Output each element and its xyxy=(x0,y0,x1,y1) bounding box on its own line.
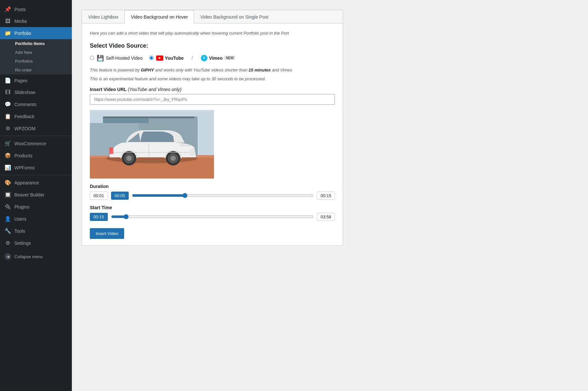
sidebar-sub-portfolio-items[interactable]: Portfolio Items xyxy=(0,39,72,48)
sidebar-item-portfolio[interactable]: 📁 Portfolio xyxy=(0,27,72,39)
sidebar-item-media[interactable]: 🖼 Media xyxy=(0,15,72,27)
info-text-2: This is an experimental feature and some… xyxy=(90,76,335,82)
wpzoom-icon: ⚙ xyxy=(5,125,11,132)
beaver-builder-icon: 🔲 xyxy=(5,192,11,198)
duration-section: Duration 00:01 00:05 00:15 xyxy=(90,184,335,200)
radio-youtube-input[interactable] xyxy=(149,56,154,60)
sidebar-item-label: Users xyxy=(14,216,26,222)
sidebar-item-wpzoom[interactable]: ⚙ WPZOOM xyxy=(0,122,72,134)
products-icon: 📦 xyxy=(5,152,11,159)
sidebar-item-label: WooCommerce xyxy=(14,141,46,146)
svg-rect-15 xyxy=(109,148,113,154)
radio-self-hosted-input[interactable] xyxy=(90,56,94,60)
media-icon: 🖼 xyxy=(5,18,11,24)
sidebar-separator xyxy=(0,136,72,136)
tab-video-bg-single[interactable]: Video Background on Single Post xyxy=(194,10,274,23)
video-preview xyxy=(90,110,214,179)
sidebar-item-label: Portfolio xyxy=(14,31,31,36)
divider-slash: / xyxy=(191,55,193,61)
start-time-row: 00:15 03:58 xyxy=(90,213,335,221)
sidebar-item-label: WPZOOM xyxy=(14,126,36,131)
sidebar-item-posts[interactable]: 📌 Posts xyxy=(0,3,72,15)
youtube-icon: ▶ xyxy=(156,55,163,61)
start-time-label: Start Time xyxy=(90,205,335,210)
sidebar-sub-portfolios[interactable]: Portfolios xyxy=(0,57,72,66)
sidebar-item-label: Settings xyxy=(14,241,31,246)
sidebar-item-wpforms[interactable]: 📊 WPForms xyxy=(0,162,72,174)
settings-icon: ⚙ xyxy=(5,240,11,246)
sidebar-item-comments[interactable]: 💬 Comments xyxy=(0,98,72,110)
url-input[interactable] xyxy=(90,94,335,105)
url-label: Insert Video URL (YouTube and Vimeo only… xyxy=(90,87,335,92)
start-time-slider-track xyxy=(111,213,314,220)
sidebar-item-label: Plugins xyxy=(14,204,29,210)
minutes-text: 15 minutes xyxy=(249,68,271,72)
collapse-menu[interactable]: ◀ Collapse menu xyxy=(0,250,72,263)
sidebar-item-pages[interactable]: 📄 Pages xyxy=(0,74,72,86)
sidebar-item-label: Products xyxy=(14,153,32,158)
sidebar-item-woocommerce[interactable]: 🛒 WooCommerce xyxy=(0,137,72,149)
posts-icon: 📌 xyxy=(5,6,11,12)
sidebar-separator-2 xyxy=(0,175,72,175)
sidebar-item-products[interactable]: 📦 Products xyxy=(0,149,72,162)
sidebar-item-label: Feedback xyxy=(14,114,34,119)
duration-slider[interactable] xyxy=(132,193,314,198)
start-time-current: 00:15 xyxy=(90,213,108,221)
sidebar-item-beaver-builder[interactable]: 🔲 Beaver Builder xyxy=(0,189,72,201)
start-time-max: 03:58 xyxy=(317,213,335,221)
tab-video-lightbox[interactable]: Video Lightbox xyxy=(82,10,124,23)
sidebar-item-settings[interactable]: ⚙ Settings xyxy=(0,237,72,249)
tab-content: Here you can add a short video that will… xyxy=(82,23,343,245)
car-svg xyxy=(90,110,214,179)
sidebar-item-feedback[interactable]: 📋 Feedback xyxy=(0,110,72,122)
sidebar-item-label: Appearance xyxy=(14,180,39,185)
content-box: Video Lightbox Video Background on Hover… xyxy=(82,10,343,246)
url-label-sub: (YouTube and Vimeo only) xyxy=(128,87,181,92)
self-hosted-label: Self-Hosted Video xyxy=(106,55,143,61)
radio-vimeo[interactable]: V Vimeo NEW xyxy=(201,55,235,61)
portfolio-icon: 📁 xyxy=(5,30,11,36)
duration-slider-track xyxy=(132,192,314,199)
duration-label: Duration xyxy=(90,184,335,189)
sidebar-item-label: Slideshow xyxy=(14,90,35,95)
sidebar-item-label: Media xyxy=(14,19,27,24)
sidebar-item-label: Posts xyxy=(14,7,26,12)
sidebar-item-label: Tools xyxy=(14,228,25,234)
vimeo-icon: V xyxy=(201,55,207,61)
collapse-label: Collapse menu xyxy=(14,254,43,259)
radio-self-hosted[interactable]: 💾 Self-Hosted Video xyxy=(90,55,143,62)
slideshow-icon: 🎞 xyxy=(5,89,11,95)
portfolio-arrow xyxy=(69,31,72,36)
sidebar-sub-reorder[interactable]: Re-order xyxy=(0,66,72,74)
self-hosted-icon: 💾 xyxy=(97,55,103,62)
wpforms-icon: 📊 xyxy=(5,164,11,171)
sidebar-item-label: WPForms xyxy=(14,165,35,170)
sidebar-item-label: Beaver Builder xyxy=(14,192,44,197)
start-time-section: Start Time 00:15 03:58 xyxy=(90,205,335,221)
vimeo-badge: V Vimeo NEW xyxy=(201,55,235,61)
sidebar-item-plugins[interactable]: 🔌 Plugins xyxy=(0,201,72,213)
appearance-icon: 🎨 xyxy=(5,180,11,186)
sidebar-item-appearance[interactable]: 🎨 Appearance xyxy=(0,177,72,189)
svg-point-10 xyxy=(126,156,132,161)
sidebar-item-tools[interactable]: 🔧 Tools xyxy=(0,225,72,237)
insert-video-button[interactable]: Insert Video xyxy=(90,228,124,239)
collapse-icon: ◀ xyxy=(5,253,11,260)
tabs-bar: Video Lightbox Video Background on Hover… xyxy=(82,10,343,23)
main-content: Video Lightbox Video Background on Hover… xyxy=(72,0,588,391)
svg-point-13 xyxy=(171,156,176,161)
sidebar-item-slideshow[interactable]: 🎞 Slideshow xyxy=(0,86,72,98)
plugins-icon: 🔌 xyxy=(5,204,11,210)
pages-icon: 📄 xyxy=(5,77,11,84)
url-label-text: Insert Video URL xyxy=(90,87,126,92)
sidebar-item-users[interactable]: 👤 Users xyxy=(0,213,72,225)
info-text-1: This feature is powered by GIPHY and wor… xyxy=(90,67,335,73)
tab-video-bg-hover[interactable]: Video Background on Hover xyxy=(124,10,194,23)
portfolio-submenu: Portfolio Items Add New Portfolios Re-or… xyxy=(0,39,72,74)
sidebar-sub-add-new[interactable]: Add New xyxy=(0,48,72,57)
section-title: Select Video Source: xyxy=(90,42,335,49)
radio-youtube[interactable]: ▶ YouTube xyxy=(149,55,184,61)
duration-row: 00:01 00:05 00:15 xyxy=(90,192,335,200)
giphy-text: GIPHY xyxy=(141,68,154,72)
start-time-slider[interactable] xyxy=(111,214,314,219)
